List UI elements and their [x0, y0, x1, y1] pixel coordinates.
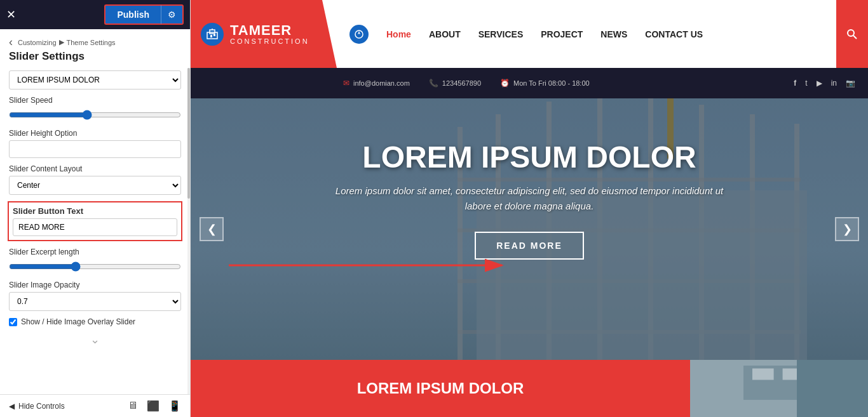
- twitter-icon[interactable]: t: [805, 79, 807, 88]
- svg-marker-44: [358, 31, 360, 34]
- slider-layout-select[interactable]: Center Left Right: [9, 176, 181, 195]
- publish-button[interactable]: Publish: [104, 4, 161, 25]
- slider-opacity-group: Slider Image Opacity 0.7 0.10.51.0: [9, 281, 181, 311]
- hide-controls-button[interactable]: ◀ Hide Controls: [9, 402, 65, 411]
- phone-info: 📞 1234567890: [429, 79, 481, 88]
- nav-compass-icon: [349, 25, 369, 44]
- nav-home[interactable]: Home: [386, 29, 411, 39]
- slider-height-label: Slider Height Option: [9, 129, 181, 138]
- svg-line-46: [853, 36, 857, 39]
- email-icon: ✉: [343, 79, 349, 88]
- scroll-indicator: [187, 68, 190, 394]
- slider-prev-arrow[interactable]: ❮: [200, 217, 224, 241]
- slider-speed-label: Slider Speed: [9, 96, 181, 105]
- clock-icon: ⏰: [500, 79, 510, 88]
- hours-text: Mon To Fri 08:00 - 18:00: [513, 79, 590, 87]
- hide-controls-label: Hide Controls: [18, 402, 65, 411]
- svg-rect-42: [214, 34, 215, 36]
- breadcrumb-separator: ▶: [59, 38, 64, 46]
- slider-speed-input[interactable]: [9, 110, 181, 120]
- phone-text: 1234567890: [442, 79, 481, 87]
- nav-bar: TAMEER CONSTRUCTION Home ABOUT SERVICES: [191, 0, 868, 68]
- logo-text: TAMEER CONSTRUCTION: [230, 23, 309, 45]
- bottom-red-section: LOREM IPSUM DOLOR: [191, 360, 690, 417]
- phone-icon: 📞: [429, 79, 438, 88]
- scroll-thumb: [187, 68, 190, 199]
- hero-subtitle: Lorem ipsum dolor sit amet, consectetur …: [326, 183, 733, 214]
- logo-area: TAMEER CONSTRUCTION: [191, 0, 337, 68]
- device-icons: 🖥 ⬛ 📱: [128, 400, 181, 412]
- svg-rect-49: [752, 369, 774, 380]
- svg-point-45: [848, 30, 854, 36]
- show-hide-label: Show / Hide Image Overlay Slider: [21, 317, 135, 326]
- hero-read-more-button[interactable]: READ MORE: [475, 232, 584, 260]
- nav-links: Home ABOUT SERVICES PROJECT NEWS CONTACT…: [337, 25, 836, 44]
- site-header: TAMEER CONSTRUCTION Home ABOUT SERVICES: [191, 0, 868, 98]
- controls-area: LOREM IPSUM DOLOR Slider Speed Slider He…: [0, 68, 190, 394]
- nav-services[interactable]: SERVICES: [478, 29, 524, 39]
- youtube-icon[interactable]: ▶: [817, 79, 822, 88]
- top-bar: ✕ Publish ⚙: [0, 0, 190, 29]
- svg-rect-41: [210, 35, 212, 37]
- close-button[interactable]: ✕: [6, 8, 16, 22]
- show-hide-group: Show / Hide Image Overlay Slider: [9, 317, 181, 326]
- mobile-icon[interactable]: 📱: [168, 400, 181, 412]
- bottom-section-text: LOREM IPSUM DOLOR: [357, 380, 524, 397]
- slider-opacity-label: Slider Image Opacity: [9, 281, 181, 289]
- panel-title: Slider Settings: [0, 49, 190, 68]
- facebook-icon[interactable]: f: [794, 79, 796, 88]
- slider-height-input[interactable]: [9, 140, 181, 158]
- hide-controls-icon: ◀: [9, 402, 15, 411]
- preview-area: TAMEER CONSTRUCTION Home ABOUT SERVICES: [191, 0, 868, 417]
- slider-button-text-group: Slider Button Text: [8, 201, 182, 241]
- slider-button-text-input[interactable]: [13, 218, 177, 236]
- email-text: info@domian.com: [353, 79, 410, 87]
- slider-excerpt-group: Slider Excerpt length: [9, 248, 181, 274]
- email-info: ✉ info@domian.com: [343, 79, 410, 88]
- website-preview: TAMEER CONSTRUCTION Home ABOUT SERVICES: [191, 0, 868, 417]
- bottom-image: [690, 360, 868, 417]
- slider-button-text-label: Slider Button Text: [13, 206, 177, 216]
- hours-info: ⏰ Mon To Fri 08:00 - 18:00: [500, 79, 590, 88]
- publish-group: Publish ⚙: [104, 4, 184, 25]
- nav-contact[interactable]: CONTACT US: [645, 29, 703, 39]
- svg-rect-51: [797, 360, 868, 417]
- info-bar: ✉ info@domian.com 📞 1234567890 ⏰ Mon To …: [191, 68, 868, 98]
- svg-rect-39: [210, 30, 215, 34]
- logo-icon: [201, 23, 224, 46]
- desktop-icon[interactable]: 🖥: [128, 400, 138, 412]
- back-button[interactable]: ‹: [9, 36, 13, 49]
- social-icons: f t ▶ in 📷: [794, 79, 855, 88]
- show-hide-row: Show / Hide Image Overlay Slider: [9, 317, 181, 326]
- breadcrumb-parent: Customizing: [18, 39, 57, 46]
- tablet-icon[interactable]: ⬛: [147, 400, 159, 412]
- customizer-panel: ✕ Publish ⚙ ‹ Customizing ▶ Theme Settin…: [0, 0, 191, 417]
- bottom-bar: ◀ Hide Controls 🖥 ⬛ 📱: [0, 394, 190, 417]
- slider-height-group: Slider Height Option: [9, 129, 181, 158]
- hero-content: LOREM IPSUM DOLOR Lorem ipsum dolor sit …: [191, 140, 868, 260]
- slider-excerpt-input[interactable]: [9, 261, 181, 272]
- nav-news[interactable]: NEWS: [600, 29, 627, 39]
- slider-select-group: LOREM IPSUM DOLOR: [9, 70, 181, 89]
- show-hide-checkbox[interactable]: [9, 318, 17, 326]
- slider-next-arrow[interactable]: ❯: [835, 217, 859, 241]
- slider-excerpt-label: Slider Excerpt length: [9, 248, 181, 256]
- logo-title: TAMEER: [230, 23, 309, 37]
- linkedin-icon[interactable]: in: [831, 79, 837, 88]
- slider-speed-group: Slider Speed: [9, 96, 181, 122]
- search-button[interactable]: [836, 0, 868, 68]
- nav-project[interactable]: PROJECT: [541, 29, 583, 39]
- instagram-icon[interactable]: 📷: [846, 79, 855, 88]
- nav-about[interactable]: ABOUT: [429, 29, 461, 39]
- slider-layout-label: Slider Content Layout: [9, 164, 181, 173]
- breadcrumb-current: Theme Settings: [67, 39, 116, 46]
- slider-opacity-select[interactable]: 0.7 0.10.51.0: [9, 292, 181, 311]
- logo-subtitle: CONSTRUCTION: [230, 37, 309, 45]
- publish-settings-button[interactable]: ⚙: [161, 4, 184, 25]
- slider-layout-group: Slider Content Layout Center Left Right: [9, 164, 181, 195]
- bottom-section: LOREM IPSUM DOLOR: [191, 360, 868, 417]
- hero-title: LOREM IPSUM DOLOR: [229, 140, 830, 175]
- slider-select[interactable]: LOREM IPSUM DOLOR: [9, 70, 181, 89]
